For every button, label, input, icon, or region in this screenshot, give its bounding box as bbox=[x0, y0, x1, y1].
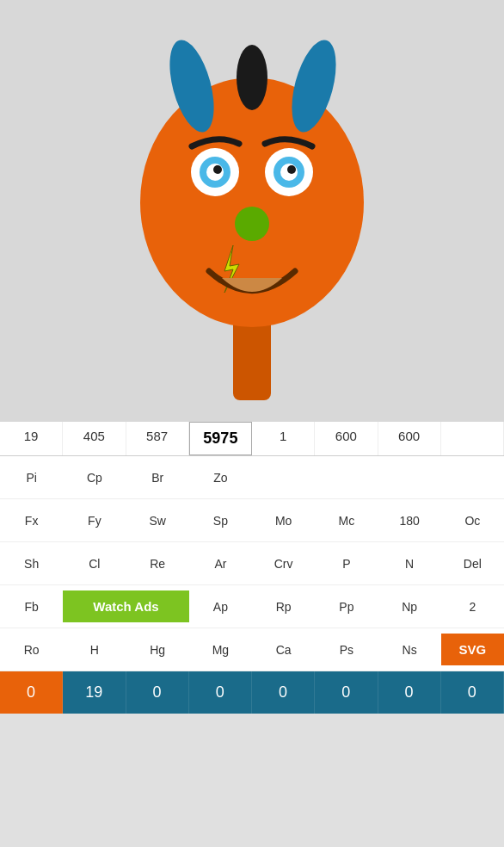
cell-ap[interactable]: Ap bbox=[189, 593, 252, 621]
num-cell-1: 405 bbox=[63, 422, 126, 455]
cell-sp[interactable]: Sp bbox=[189, 507, 252, 535]
cell-fx[interactable]: Fx bbox=[0, 507, 63, 535]
cell-n[interactable]: N bbox=[378, 550, 441, 578]
cell-empty-1 bbox=[252, 471, 315, 485]
numbers-row: 19 405 587 5975 1 600 600 bbox=[0, 422, 504, 456]
cell-br[interactable]: Br bbox=[126, 464, 189, 492]
label-row-3: Sh Cl Re Ar Crv P N Del bbox=[0, 542, 504, 585]
cell-ps[interactable]: Ps bbox=[315, 636, 378, 664]
cell-crv[interactable]: Crv bbox=[252, 550, 315, 578]
cell-empty-3 bbox=[378, 471, 441, 485]
count-cell-5: 0 bbox=[315, 671, 378, 714]
label-row-2: Fx Fy Sw Sp Mo Mc 180 Oc bbox=[0, 499, 504, 542]
cell-h[interactable]: H bbox=[63, 636, 126, 664]
cell-cl[interactable]: Cl bbox=[63, 550, 126, 578]
cell-empty-4 bbox=[441, 471, 504, 485]
svg-point-13 bbox=[213, 165, 222, 174]
num-cell-3: 5975 bbox=[189, 422, 252, 455]
cell-ns[interactable]: Ns bbox=[378, 636, 441, 664]
label-row-4: Fb Watch Ads Ap Rp Pp Np 2 bbox=[0, 585, 504, 628]
label-row-5: Ro H Hg Mg Ca Ps Ns SVG bbox=[0, 628, 504, 671]
cell-sh[interactable]: Sh bbox=[0, 550, 63, 578]
count-cell-7: 0 bbox=[441, 671, 504, 714]
svg-point-14 bbox=[287, 165, 296, 174]
cell-cp[interactable]: Cp bbox=[63, 464, 126, 492]
count-cell-3: 0 bbox=[189, 671, 252, 714]
cell-p[interactable]: P bbox=[315, 550, 378, 578]
num-cell-5: 600 bbox=[315, 422, 378, 455]
cell-2[interactable]: 2 bbox=[441, 593, 504, 621]
num-cell-0: 19 bbox=[0, 422, 63, 455]
cell-ar[interactable]: Ar bbox=[189, 550, 252, 578]
count-cell-1: 19 bbox=[63, 671, 126, 714]
num-cell-7 bbox=[441, 422, 504, 455]
cell-mo[interactable]: Mo bbox=[252, 507, 315, 535]
svg-point-15 bbox=[235, 207, 269, 241]
cell-del[interactable]: Del bbox=[441, 550, 504, 578]
cell-pp[interactable]: Pp bbox=[315, 593, 378, 621]
cell-ro[interactable]: Ro bbox=[0, 636, 63, 664]
svg-point-6 bbox=[237, 45, 267, 110]
cell-mc[interactable]: Mc bbox=[315, 507, 378, 535]
svg-button[interactable]: SVG bbox=[441, 634, 504, 665]
num-cell-4: 1 bbox=[252, 422, 315, 455]
devil-character bbox=[106, 13, 398, 409]
num-cell-2: 587 bbox=[126, 422, 189, 455]
count-cell-2: 0 bbox=[126, 671, 189, 714]
count-cell-6: 0 bbox=[378, 671, 441, 714]
cell-180[interactable]: 180 bbox=[378, 507, 441, 535]
cell-zo[interactable]: Zo bbox=[189, 464, 252, 492]
cell-re[interactable]: Re bbox=[126, 550, 189, 578]
cell-np[interactable]: Np bbox=[378, 593, 441, 621]
cell-sw[interactable]: Sw bbox=[126, 507, 189, 535]
cell-oc[interactable]: Oc bbox=[441, 507, 504, 535]
label-row-1: Pi Cp Br Zo bbox=[0, 456, 504, 499]
cell-pi[interactable]: Pi bbox=[0, 464, 63, 492]
cell-ca[interactable]: Ca bbox=[252, 636, 315, 664]
character-area bbox=[0, 0, 504, 422]
cell-rp[interactable]: Rp bbox=[252, 593, 315, 621]
num-cell-6: 600 bbox=[378, 422, 441, 455]
cell-fb[interactable]: Fb bbox=[0, 593, 63, 621]
count-cell-4: 0 bbox=[252, 671, 315, 714]
count-cell-0: 0 bbox=[0, 671, 63, 714]
count-row: 0 19 0 0 0 0 0 0 bbox=[0, 671, 504, 714]
cell-hg[interactable]: Hg bbox=[126, 636, 189, 664]
grid-area: 19 405 587 5975 1 600 600 Pi Cp Br Zo Fx… bbox=[0, 422, 504, 714]
cell-empty-2 bbox=[315, 471, 378, 485]
watch-ads-button[interactable]: Watch Ads bbox=[63, 590, 189, 622]
cell-fy[interactable]: Fy bbox=[63, 507, 126, 535]
cell-mg[interactable]: Mg bbox=[189, 636, 252, 664]
